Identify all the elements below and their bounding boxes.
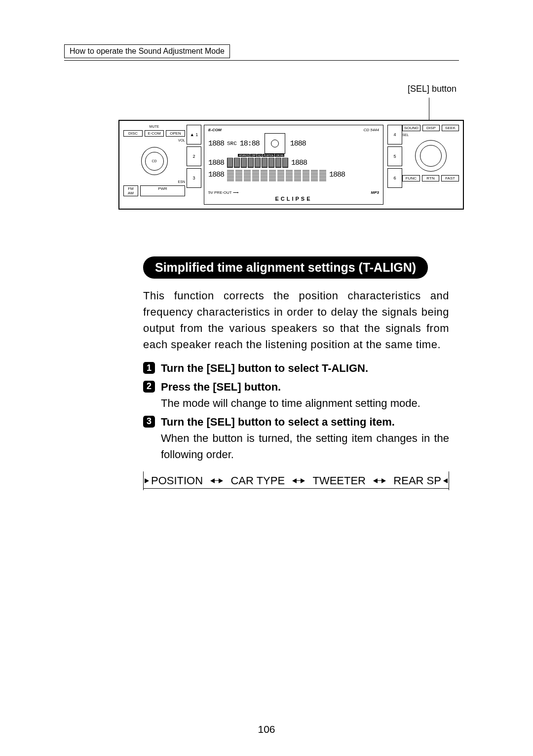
disp-top-row: E-COM CD 5444 [208, 128, 379, 132]
page: How to operate the Sound Adjustment Mode… [0, 0, 533, 756]
content-column: Simplified time alignment settings (T-AL… [143, 256, 449, 501]
cycle-rearsp: REAR SP [393, 474, 441, 487]
sel-callout-label: [SEL] button [408, 84, 457, 94]
sel-knob [415, 140, 447, 172]
step-3-desc: When the button is turned, the setting i… [161, 430, 449, 463]
car-stereo-faceplate: MUTE DISC E·COM OPEN VOL CD ESN FMAM PWR… [118, 120, 464, 210]
graphic-eq [227, 158, 288, 168]
pwr-button: PWR [140, 185, 185, 196]
section-intro: This function corrects the position char… [143, 288, 449, 353]
cycle-tweeter: TWEETER [312, 474, 366, 487]
step-1-num: 1 [143, 362, 155, 374]
volume-knob: CD [141, 147, 168, 175]
step-2: 2 Press the [SEL] button. The mode will … [143, 379, 449, 411]
callout-line [429, 98, 429, 121]
mute-label: MUTE [123, 125, 185, 128]
spectrum [227, 170, 326, 181]
fast-button: FAST [441, 175, 459, 181]
preset-2: 2 [187, 146, 201, 166]
sel-label: SEL [402, 133, 459, 137]
step-3-num: 3 [143, 416, 155, 428]
step-3: 3 Turn the [SEL] button to select a sett… [143, 414, 449, 463]
step-2-num: 2 [143, 381, 155, 393]
seg-right-2: 1888 [291, 159, 307, 167]
seg-right-1: 1888 [290, 140, 306, 148]
ecom-button: E·COM [145, 130, 164, 137]
esn-label: ESN [123, 180, 185, 183]
lcd-display: E-COM CD 5444 1888 SRC 18:88 1888 ADVANC… [204, 125, 383, 205]
step-1: 1 Turn the [SEL] button to select T-ALIG… [143, 360, 449, 376]
cycle-position: POSITION [151, 474, 203, 487]
step-2-title: Press the [SEL] button. [161, 379, 449, 395]
sound-button: SOUND [402, 125, 420, 131]
knob-label: CD [152, 159, 156, 163]
preset-col-left: ▲ 1 2 3 [187, 125, 201, 205]
preset-3: 3 [187, 168, 201, 188]
cycle-cartype: CAR TYPE [230, 474, 285, 487]
open-button: OPEN [166, 130, 185, 137]
seg-time: 18:88 [240, 140, 260, 148]
eject-icon: ▲ [190, 132, 194, 137]
section-heading: Simplified time alignment settings (T-AL… [143, 256, 428, 279]
preset-1: ▲ 1 [187, 125, 201, 144]
right-panel: SOUND DISP SEEK SEL FUNC RTN FAST [402, 125, 459, 205]
fm-am-button: FMAM [123, 185, 138, 196]
preset-4: 4 [387, 125, 402, 144]
header-bar: How to operate the Sound Adjustment Mode [64, 44, 459, 61]
step-1-title: Turn the [SEL] button to select T-ALIGN. [161, 360, 449, 376]
seg-right-3: 1888 [329, 171, 345, 179]
seg-1: 1888 [208, 140, 224, 148]
sun-icon [265, 133, 285, 154]
rtn-button: RTN [422, 175, 440, 181]
model-text: CD 5444 [363, 128, 379, 132]
brand-text: E-COM [208, 128, 222, 132]
disc-button: DISC [123, 130, 143, 137]
disp-button: DISP [422, 125, 440, 131]
seek-button: SEEK [442, 125, 459, 131]
page-number: 106 [0, 723, 533, 735]
indicator-row: ADVANCE DSP EQ POSITION CROSS [238, 154, 379, 157]
vol-label: VOL [123, 139, 185, 142]
preset-6: 6 [387, 168, 402, 188]
disp-bottom: 5V PRE·OUT ⟶ MP3 [208, 190, 379, 195]
step-3-title: Turn the [SEL] button to select a settin… [161, 414, 449, 430]
seg-3: 1888 [208, 171, 224, 179]
breadcrumb: How to operate the Sound Adjustment Mode [64, 44, 230, 58]
preset-col-right: 4 5 6 [387, 125, 402, 205]
left-panel: MUTE DISC E·COM OPEN VOL CD ESN FMAM PWR [123, 125, 185, 205]
preset-5: 5 [387, 146, 402, 166]
cycle-diagram: POSITION CAR TYPE TWEETER REAR SP [143, 471, 449, 501]
func-button: FUNC [402, 175, 420, 181]
eclipse-brand: ECLIPSE [208, 196, 379, 202]
seg-2: 1888 [208, 159, 224, 167]
step-2-desc: The mode will change to time alignment s… [161, 395, 449, 411]
seg-src: SRC [227, 141, 237, 146]
